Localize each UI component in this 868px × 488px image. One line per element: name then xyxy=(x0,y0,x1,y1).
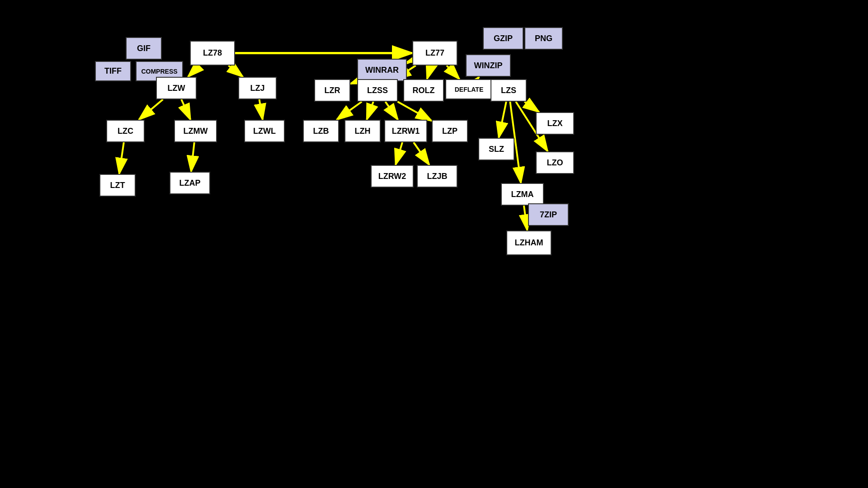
edge-LZW-LZC xyxy=(139,99,163,120)
edge-LZRW1-LZJB xyxy=(414,142,429,165)
edge-DEFLATE-WINZIP xyxy=(477,77,479,79)
edge-LZSS-LZH xyxy=(367,102,373,120)
edge-LZ77-DEFLATE xyxy=(447,66,459,79)
diagram-canvas xyxy=(0,0,868,488)
edge-LZMA-LZHAM xyxy=(524,206,527,230)
edge-LZS-LZMA xyxy=(510,102,521,183)
edge-LZ77-LZSS xyxy=(395,66,415,79)
edge-LZSS-LZB xyxy=(337,102,362,120)
edge-LZC-LZT xyxy=(119,142,124,174)
edge-LZRW1-LZRW2 xyxy=(396,142,402,165)
edge-LZS-LZO xyxy=(516,102,547,151)
edge-LZ78-LZJ xyxy=(228,66,243,77)
edge-LZMW-LZAP xyxy=(191,142,194,172)
edge-LZJ-LZWL xyxy=(259,99,263,120)
edge-LZ78-LZW xyxy=(188,66,200,77)
edge-LZW-LZMW xyxy=(181,99,190,120)
edge-LZ77-LZR xyxy=(350,61,412,84)
edge-LZ77-ROLZ xyxy=(427,66,431,79)
edge-LZS-LZX xyxy=(524,102,539,112)
edge-LZSS-LZRW1 xyxy=(385,102,398,120)
edge-LZS-SLZ xyxy=(499,102,506,138)
edge-LZMA-7ZIP xyxy=(534,203,537,206)
edge-LZSS-LZP xyxy=(397,102,432,121)
